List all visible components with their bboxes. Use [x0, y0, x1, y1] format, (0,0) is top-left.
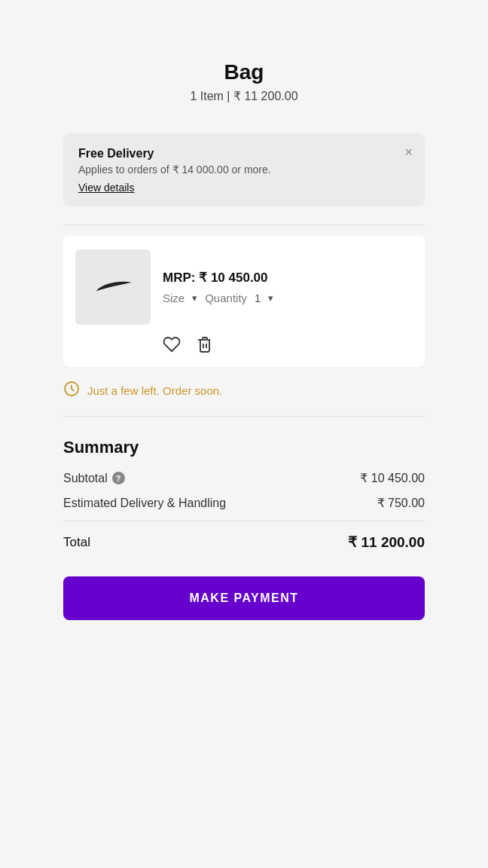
close-banner-button[interactable]: ×	[404, 145, 413, 159]
quantity-value: 1	[255, 292, 261, 304]
urgency-text: Just a few left. Order soon.	[87, 384, 222, 397]
clock-icon	[63, 381, 80, 401]
view-details-link[interactable]: View details	[78, 182, 134, 194]
product-actions	[163, 335, 413, 353]
bag-header: Bag 1 Item | ₹ 11 200.00	[190, 0, 297, 118]
total-value: ₹ 11 200.00	[348, 533, 425, 551]
total-row: Total ₹ 11 200.00	[63, 533, 425, 551]
summary-title: Summary	[63, 438, 425, 457]
product-options: Size ▾ Quantity 1 ▾	[163, 292, 273, 304]
subtotal-label: Subtotal ?	[63, 472, 125, 485]
page-title: Bag	[190, 60, 297, 84]
quantity-dropdown[interactable]: ▾	[268, 292, 273, 304]
summary-divider	[63, 521, 425, 521]
delivery-banner: Free Delivery Applies to orders of ₹ 14 …	[63, 133, 425, 206]
divider-2	[63, 416, 425, 417]
product-image	[75, 249, 151, 325]
product-details: MRP: ₹ 10 450.00 Size ▾ Quantity 1 ▾	[163, 249, 273, 325]
delivery-row: Estimated Delivery & Handling ₹ 750.00	[63, 496, 425, 510]
product-row: MRP: ₹ 10 450.00 Size ▾ Quantity 1 ▾	[75, 249, 413, 325]
size-label: Size	[163, 292, 185, 304]
summary-section: Summary Subtotal ? ₹ 10 450.00 Estimated…	[63, 438, 425, 620]
delivery-banner-title: Free Delivery	[78, 147, 410, 160]
heart-icon	[163, 335, 181, 353]
page: Bag 1 Item | ₹ 11 200.00 Free Delivery A…	[0, 0, 488, 868]
delivery-value: ₹ 750.00	[377, 496, 425, 510]
delivery-banner-description: Applies to orders of ₹ 14 000.00 or more…	[78, 164, 410, 176]
subtotal-info-icon[interactable]: ?	[112, 472, 125, 484]
subtotal-row: Subtotal ? ₹ 10 450.00	[63, 471, 425, 485]
make-payment-button[interactable]: MAKE PAYMENT	[63, 576, 425, 620]
product-card: MRP: ₹ 10 450.00 Size ▾ Quantity 1 ▾	[63, 236, 425, 367]
urgency-row: Just a few left. Order soon.	[63, 381, 425, 401]
total-label: Total	[63, 535, 90, 550]
product-mrp: MRP: ₹ 10 450.00	[163, 270, 273, 286]
trash-icon	[196, 335, 212, 353]
delivery-label: Estimated Delivery & Handling	[63, 497, 226, 510]
size-dropdown-arrow: ▾	[192, 292, 197, 304]
bag-summary: 1 Item | ₹ 11 200.00	[190, 89, 297, 103]
delete-button[interactable]	[196, 335, 212, 353]
nike-logo	[93, 280, 133, 295]
size-dropdown[interactable]: ▾	[192, 292, 197, 304]
quantity-label: Quantity	[205, 292, 247, 304]
divider-1	[63, 225, 425, 225]
subtotal-value: ₹ 10 450.00	[360, 471, 425, 485]
quantity-dropdown-arrow: ▾	[268, 292, 273, 304]
wishlist-button[interactable]	[163, 335, 181, 353]
